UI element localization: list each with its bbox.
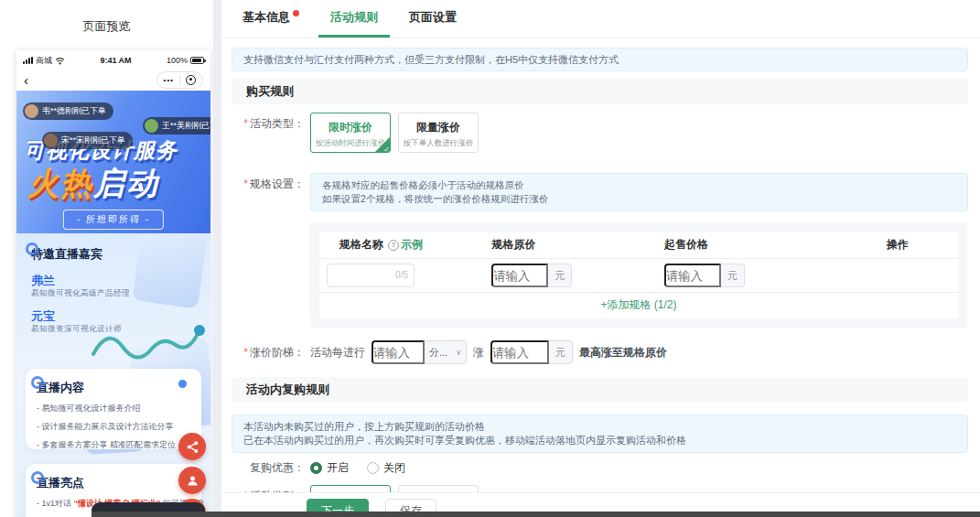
banner-title-line2: 火热启动: [27, 163, 159, 205]
share-icon: [186, 440, 199, 454]
spec-table-wrap: 规格名称 ? 示例 规格原价 起售价格 操作 0/5: [310, 222, 967, 328]
miniprogram-capsule[interactable]: •••: [156, 71, 203, 89]
preview-panel: 页面预览 商城 9:41 AM 100% ‹ •••: [0, 0, 213, 517]
add-spec-link[interactable]: +添加规格 (1/2): [600, 298, 676, 311]
rebuy-rules-heading: 活动内复购规则: [232, 377, 968, 403]
decor-tile: [132, 233, 208, 309]
activity-type-row: *活动类型： 限时涨价 按活动时间进行涨价 限量涨价 按下单人数进行涨价: [221, 113, 980, 153]
table-row: 0/5 元 元: [319, 259, 958, 292]
table-header-row: 规格名称 ? 示例 规格原价 起售价格 操作: [319, 232, 958, 259]
avatar: [44, 134, 58, 147]
ladder-amount-input[interactable]: [490, 340, 549, 364]
required-mark: *: [243, 346, 248, 359]
status-bar: 商城 9:41 AM 100%: [16, 50, 210, 69]
tab-page-settings[interactable]: 页面设置: [397, 0, 468, 38]
list-item: - 设计服务能力展示及设计方法论分享: [37, 421, 190, 433]
wifi-icon: [55, 57, 65, 65]
decor-dot: [178, 380, 187, 388]
tab-bar: 基本信息 活动规则 页面设置: [221, 0, 980, 38]
time-unit-select[interactable]: 分... ∨: [425, 340, 467, 364]
type-card-time-limited[interactable]: 限时涨价 按活动时间进行涨价: [310, 113, 391, 153]
col-action: 操作: [836, 237, 958, 253]
guest-desc: 易知微可视化高级产品经理: [31, 288, 130, 299]
example-link[interactable]: 示例: [401, 237, 423, 253]
order-toast: 王**美刚刚已下: [143, 117, 210, 135]
table-footer: +添加规格 (1/2): [319, 292, 958, 318]
radio-on[interactable]: 开启: [310, 460, 349, 476]
battery-percent: 100%: [167, 56, 188, 65]
type-card-quantity-limited[interactable]: 限量涨价 按下单人数进行涨价: [398, 113, 479, 153]
col-spec-name: 规格名称: [339, 237, 383, 253]
live-content-heading: 直播内容: [37, 380, 190, 396]
guests-heading: 特邀直播嘉宾: [31, 246, 102, 263]
avatar: [145, 119, 158, 133]
back-icon[interactable]: ‹: [24, 73, 28, 87]
signal-icon: [23, 57, 33, 64]
phone-preview: 商城 9:41 AM 100% ‹ ••• 韦**德刚刚已下单: [16, 50, 210, 517]
list-item: - 多套服务方案分享 精准匹配需求定位: [37, 439, 190, 451]
unit-yuan: 元: [721, 264, 745, 287]
battery-icon: [190, 57, 204, 64]
capsule-target-icon[interactable]: [186, 75, 196, 85]
avatar: [25, 104, 38, 118]
activity-type-label: *活动类型：: [232, 113, 305, 132]
unit-yuan: 元: [548, 264, 572, 287]
ladder-mid: 涨: [473, 345, 484, 361]
price-ladder-label: *涨价阶梯：: [232, 345, 305, 361]
list-item: - 易知微可视化设计服务介绍: [37, 403, 190, 415]
radio-unselected-icon[interactable]: [367, 462, 379, 474]
carrier-label: 商城: [36, 55, 52, 67]
share-button[interactable]: [178, 433, 206, 460]
promo-banner: 韦**德刚刚已下单 王**美刚刚已下 宋**宋刚刚已下单 可视化设计服务 火热启…: [16, 91, 210, 233]
guest-name: 弗兰: [31, 273, 55, 289]
live-content-card: 直播内容 - 易知微可视化设计服务介绍 - 设计服务能力展示及设计方法论分享 -…: [26, 369, 201, 449]
char-counter: 0/5: [395, 270, 408, 280]
status-time: 9:41 AM: [100, 56, 131, 65]
preview-title: 页面预览: [0, 0, 213, 35]
window-bottom-edge: [92, 512, 980, 517]
radio-selected-icon[interactable]: [310, 462, 322, 474]
start-price-input[interactable]: [664, 264, 721, 287]
person-icon: [186, 474, 199, 488]
rebuy-tip: 本活动内未购买过的用户，按上方购买规则的活动价格 已在本活动内购买过的用户，再次…: [232, 415, 968, 453]
phone-nav-bar: ‹ •••: [16, 69, 210, 91]
unsaved-dot-badge: [293, 10, 299, 16]
required-mark: *: [243, 117, 248, 130]
spec-table: 规格名称 ? 示例 规格原价 起售价格 操作 0/5: [319, 232, 958, 318]
col-original-price: 规格原价: [491, 237, 663, 253]
unit-yuan: 元: [549, 340, 573, 364]
panel-divider: [213, 0, 221, 517]
chevron-down-icon: ∨: [456, 349, 461, 357]
radio-off[interactable]: 关闭: [367, 460, 405, 476]
live-highlight-heading: 直播亮点: [37, 475, 190, 491]
guest-desc: 易知微资深可视化设计师: [31, 324, 122, 335]
ladder-interval-input[interactable]: [372, 340, 425, 364]
order-toast: 宋**宋刚刚已下单: [42, 132, 133, 149]
payment-notice: 支持微信支付与汇付支付两种方式，但受三方支付限制，在H5中仅支持微信支付方式: [232, 48, 968, 71]
capsule-divider: [179, 75, 180, 85]
rebuy-discount-label: 复购优惠：: [232, 460, 305, 476]
buy-rules-heading: 购买规则: [232, 79, 968, 104]
ladder-suffix: 最高涨至规格原价: [579, 345, 667, 361]
tab-activity-rules[interactable]: 活动规则: [318, 0, 390, 38]
ladder-prefix: 活动每进行: [310, 345, 365, 361]
guest-name: 元宝: [31, 308, 55, 325]
col-start-price: 起售价格: [664, 237, 836, 253]
spec-setting-row: *规格设置： 各规格对应的起售价格必须小于活动的规格原价 如果设置2个规格，将按…: [221, 173, 980, 211]
banner-slogan: - 所想即所得 -: [63, 210, 164, 230]
price-ladder-row: *涨价阶梯： 活动每进行 分... ∨ 涨 元 最高涨至规格原价: [221, 340, 980, 364]
contact-button[interactable]: [178, 467, 206, 494]
help-icon[interactable]: ?: [388, 240, 399, 251]
spec-setting-label: *规格设置：: [232, 173, 305, 192]
more-icon[interactable]: •••: [164, 76, 174, 84]
main-content: 基本信息 活动规则 页面设置 支持微信支付与汇付支付两种方式，但受三方支付限制，…: [221, 0, 980, 517]
rebuy-discount-row: 复购优惠： 开启 关闭: [221, 460, 980, 476]
phone-page-body: 特邀直播嘉宾 弗兰 易知微可视化高级产品经理 元宝 易知微资深可视化设计师 直播…: [16, 233, 210, 517]
order-toast: 韦**德刚刚已下单: [23, 102, 113, 120]
tab-basic-info[interactable]: 基本信息: [231, 0, 311, 38]
required-mark: *: [243, 178, 248, 190]
original-price-input[interactable]: [491, 264, 548, 287]
spec-tip: 各规格对应的起售价格必须小于活动的规格原价 如果设置2个规格，将按统一的涨价价格…: [310, 173, 968, 211]
